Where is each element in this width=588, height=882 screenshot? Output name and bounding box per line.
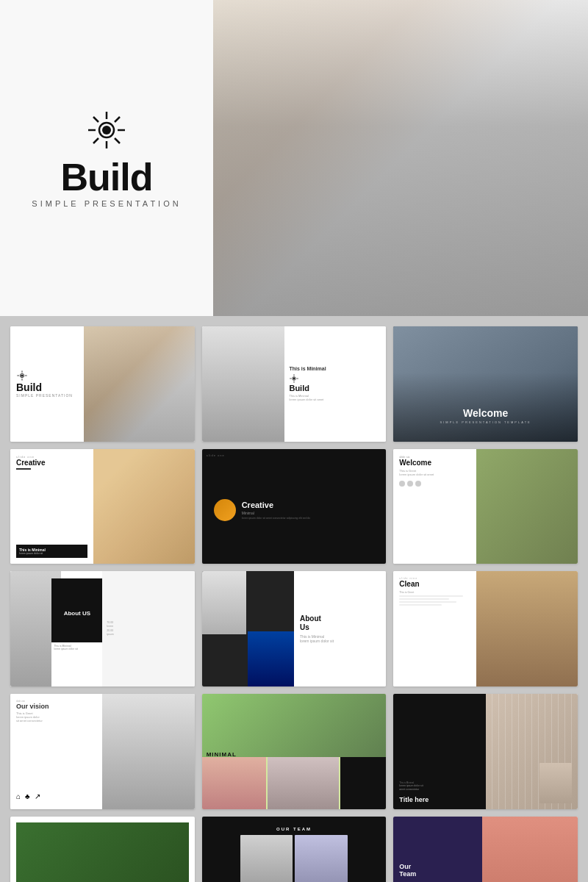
hero-overlay-layer [213, 0, 588, 316]
leaf-icon: ♣ [25, 792, 30, 800]
svg-line-8 [93, 138, 98, 143]
slide-9[interactable]: slide nine Clean This is Greet [393, 571, 578, 686]
slide-12[interactable]: This is Minimal lorem ipsum dolor sitame… [393, 694, 578, 809]
slide-9-line-2 [399, 598, 449, 600]
gear-icon [85, 108, 129, 152]
slide-5-title: Creative [242, 501, 311, 509]
slide-12-title: Title here [399, 796, 479, 803]
slide-5-subtitle: Minimal [242, 511, 311, 515]
slide-14-photo-1 [240, 835, 293, 882]
slide-8-photo-1 [202, 571, 246, 634]
slide-11[interactable]: MINIMAL [202, 694, 387, 809]
slide-8[interactable]: AboutUs This is Minimallorem ipsum dolor… [202, 571, 387, 686]
slide-7[interactable]: About US This is Minimallorem ipsum dolo… [10, 571, 195, 686]
slide-7-left-panel: About US This is Minimallorem ipsum dolo… [10, 571, 102, 686]
hero-logo-area: Build SIMPLE PRESENTATION [0, 0, 213, 316]
slide-4-box: This is Minimal lorem ipsum dolor sit [16, 545, 87, 558]
slide-5[interactable]: slide one Creative Minimal lorem ipsum d… [202, 449, 387, 564]
slide-11-inner: MINIMAL [202, 694, 387, 809]
slide-14-photos [212, 835, 376, 882]
slide-9-line-1 [399, 595, 463, 597]
svg-line-5 [93, 117, 98, 122]
slide-11-photo-1 [202, 757, 267, 808]
slide-14[interactable]: OUR TEAM Your Name Po Your Name Po [202, 817, 387, 882]
slide-14-header: OUR TEAM [212, 827, 376, 831]
slide-4-title: Creative [16, 459, 87, 467]
slide-12-image [486, 694, 578, 809]
slide-9-text-lines: This is Greet [399, 591, 470, 606]
slide-2-brand: Build [289, 384, 381, 392]
slide-3[interactable]: Welcome SIMPLE PRESENTATION TEMPLATE [393, 326, 578, 442]
slide-6-content: slide six Welcome This is Greetlorem ips… [393, 449, 476, 564]
slide-6-text: This is Greetlorem ipsum dolor sit amet [399, 469, 470, 476]
slide-5-avatar [214, 499, 236, 521]
slide-15[interactable]: OurTeam lorem ipsum dolor alprit [393, 817, 578, 882]
share-icon: ↗ [35, 792, 40, 800]
slide-13[interactable]: ⌂ ♦ ✿ Service This is Greet [10, 817, 195, 882]
slide-9-line-3 [399, 601, 456, 603]
slide-6[interactable]: slide six Welcome This is Greetlorem ips… [393, 449, 578, 564]
slide-4-divider [16, 468, 31, 470]
slide-10-sub: This is Greetlorem ipsum dolorsit amet c… [16, 711, 96, 723]
hero-subtitle: SIMPLE PRESENTATION [32, 199, 181, 208]
slide-10[interactable]: slide one Our vision This is Greetlorem … [10, 694, 195, 809]
slide-9-title: Clean [399, 580, 470, 588]
slide-9-image [476, 571, 578, 686]
hero-image-area [213, 0, 588, 316]
hero-section: Build SIMPLE PRESENTATION [0, 0, 588, 316]
slide-7-title: About US [64, 610, 90, 617]
slide-8-subtitle: This is Minimallorem ipsum dolor sit [300, 634, 380, 643]
slide-12-photo [539, 763, 572, 803]
slide-15-image: alprit [482, 817, 578, 882]
slide-1-sub: SIMPLE PRESENTATION [16, 393, 73, 398]
slide-12-body: lorem ipsum dolor sitamet consectetur [399, 784, 479, 792]
slide-7-text-box: This is Minimallorem ipsum dolor sit [51, 642, 102, 686]
slide-8-photo-2 [248, 631, 294, 686]
slide-14-inner: OUR TEAM Your Name Po Your Name Po [208, 822, 381, 882]
svg-point-11 [21, 375, 23, 377]
svg-line-7 [115, 117, 120, 122]
slide-9-sub: This is Greet [399, 591, 470, 594]
slide-7-text: This is Minimallorem ipsum dolor sit [54, 645, 100, 650]
slide-9-content: slide nine Clean This is Greet [393, 571, 476, 686]
slide-3-title: Welcome [463, 407, 508, 419]
slide-10-title: Our vision [16, 703, 96, 710]
slide-1[interactable]: Build SIMPLE PRESENTATION [10, 326, 195, 442]
slides-grid: Build SIMPLE PRESENTATION This is Minima… [0, 316, 588, 882]
slide-11-photo-3 [340, 757, 387, 808]
svg-point-9 [102, 126, 111, 135]
home-icon: ⌂ [16, 792, 21, 800]
slide-15-title: OurTeam [399, 863, 476, 879]
slide-8-title: AboutUs [300, 614, 380, 632]
slide-4-desc: lorem ipsum dolor sit [19, 552, 85, 555]
slide-1-image [84, 326, 194, 442]
slide-4-image [93, 449, 195, 564]
slide-8-content: AboutUs This is Minimallorem ipsum dolor… [294, 571, 386, 686]
slide-3-subtitle: SIMPLE PRESENTATION TEMPLATE [440, 420, 531, 424]
slide-2[interactable]: This is Minimal Build This is Minimallor… [202, 326, 387, 442]
slide-10-icons: ⌂ ♣ ↗ [16, 792, 96, 803]
slide-6-title: Welcome [399, 459, 470, 467]
slide-7-stats: 70.00lorem20.00ipsum [107, 621, 190, 637]
slide-7-title-box: About US [51, 578, 102, 648]
slide-6-dot-3 [415, 481, 421, 487]
slide-1-gear-icon [16, 370, 28, 381]
slide-3-content: Welcome SIMPLE PRESENTATION TEMPLATE [393, 326, 578, 433]
slide-2-gear-icon [289, 373, 299, 384]
slide-15-left: OurTeam lorem ipsum dolor [393, 817, 481, 882]
slide-11-bg [202, 694, 387, 757]
slide-4-content: slide one Creative This is Minimal lorem… [10, 449, 93, 564]
slide-2-text: This is Minimallorem ipsum dolor sit ame… [289, 394, 381, 402]
hero-brand-title: Build [61, 158, 153, 196]
slide-5-desc: lorem ipsum dolor sit amet consectetur a… [242, 517, 311, 520]
slide-7-right-panel: 70.00lorem20.00ipsum [102, 571, 194, 686]
slide-14-photo-2 [295, 835, 347, 882]
slide-4[interactable]: slide one Creative This is Minimal lorem… [10, 449, 195, 564]
slide-5-content: Creative Minimal lorem ipsum dolor sit a… [242, 501, 311, 520]
slide-12-content: This is Minimal lorem ipsum dolor sitame… [393, 694, 485, 809]
slide-6-dot-2 [407, 481, 413, 487]
slide-11-photo-row [202, 757, 387, 808]
slide-8-images [202, 571, 294, 686]
slide-5-inner: Creative Minimal lorem ipsum dolor sit a… [208, 486, 317, 527]
slide-2-image [202, 326, 285, 442]
